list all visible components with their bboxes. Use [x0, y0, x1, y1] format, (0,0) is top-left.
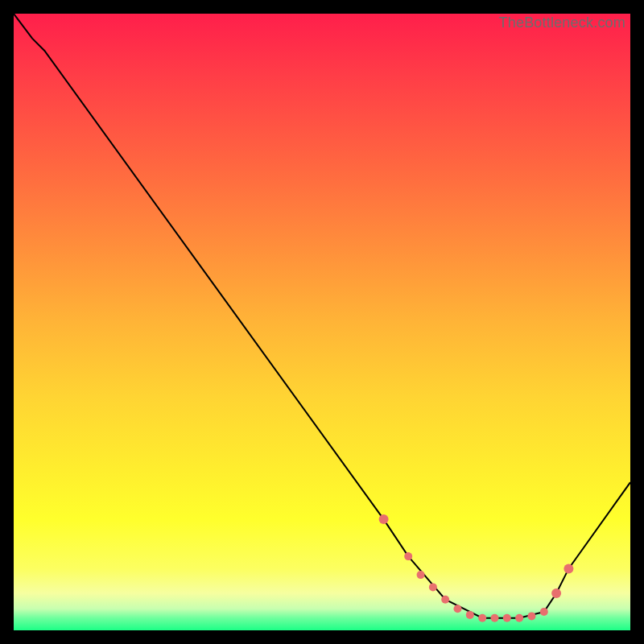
marker-group [379, 514, 574, 622]
marker-point [564, 564, 573, 573]
marker-point [441, 596, 449, 604]
marker-point [429, 583, 437, 591]
marker-point [466, 611, 474, 619]
marker-point [515, 614, 523, 622]
marker-point [527, 612, 535, 620]
marker-point [540, 608, 548, 616]
bottleneck-curve-path [14, 14, 630, 618]
chart-stage: TheBottleneck.com [0, 0, 644, 644]
marker-point [417, 571, 425, 579]
marker-point [379, 514, 389, 524]
chart-svg [14, 14, 630, 630]
marker-point [454, 605, 462, 613]
chart-plot-area: TheBottleneck.com [14, 14, 630, 630]
marker-point [478, 614, 486, 622]
marker-point [503, 614, 511, 622]
marker-point [551, 588, 561, 598]
marker-point [404, 552, 412, 560]
watermark-text: TheBottleneck.com [499, 14, 625, 31]
marker-point [491, 614, 499, 622]
